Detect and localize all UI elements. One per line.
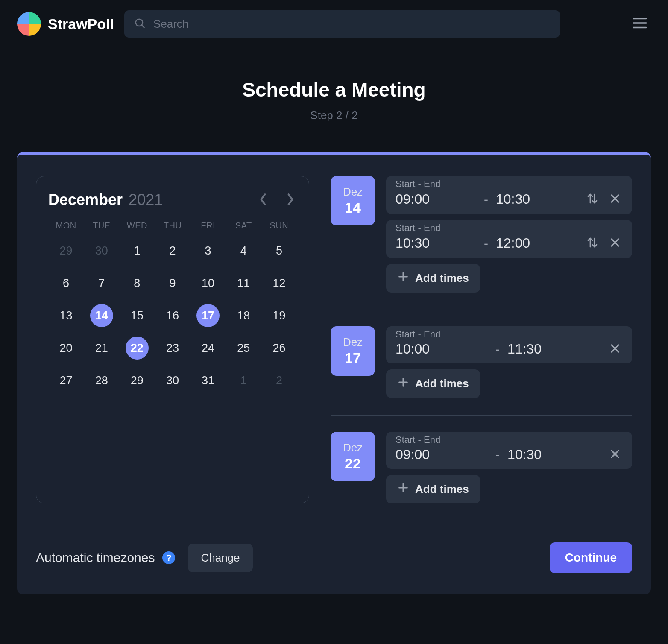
calendar-day[interactable]: 27	[55, 369, 78, 392]
brand[interactable]: StrawPoll	[17, 12, 114, 36]
slot-start[interactable]: 10:00	[396, 341, 488, 357]
calendar-day[interactable]: 6	[55, 272, 78, 295]
date-chip-day: 17	[345, 350, 361, 366]
calendar-day[interactable]: 10	[196, 272, 220, 295]
calendar-day[interactable]: 7	[90, 272, 113, 295]
calendar-day[interactable]: 3	[196, 239, 220, 262]
calendar-day[interactable]: 12	[267, 272, 290, 295]
time-slot[interactable]: Start - End10:30-12:00	[386, 220, 632, 258]
header: StrawPoll	[0, 0, 668, 48]
calendar-day[interactable]: 1	[126, 239, 149, 262]
calendar-day[interactable]: 28	[90, 369, 113, 392]
calendar-day[interactable]: 21	[90, 337, 113, 360]
svg-line-1	[142, 25, 144, 27]
calendar-day[interactable]: 13	[55, 304, 78, 327]
calendar-day[interactable]: 4	[232, 239, 255, 262]
calendar-day[interactable]: 9	[161, 272, 184, 295]
date-block: Dez17Start - End10:00-11:30Add times	[331, 310, 632, 398]
slot-end[interactable]: 12:00	[496, 235, 577, 251]
calendar-day[interactable]: 25	[232, 337, 255, 360]
menu-button[interactable]	[629, 13, 651, 35]
calendar: December 2021 MONTUEWEDTHUFRISATSUN29301…	[36, 176, 309, 503]
date-chip-month: Dez	[343, 336, 363, 349]
slot-label: Start - End	[396, 329, 623, 340]
calendar-day[interactable]: 24	[196, 337, 220, 360]
remove-slot-button[interactable]	[607, 234, 623, 252]
calendar-day[interactable]: 1	[232, 369, 255, 392]
logo-icon	[17, 12, 41, 36]
calendar-next-button[interactable]	[284, 191, 297, 209]
slot-separator: -	[484, 236, 488, 251]
remove-slot-button[interactable]	[607, 341, 623, 357]
time-slot[interactable]: Start - End09:00-10:30	[386, 432, 632, 469]
remove-slot-button[interactable]	[607, 190, 623, 208]
calendar-day[interactable]: 29	[126, 369, 149, 392]
calendar-day[interactable]: 26	[267, 337, 290, 360]
calendar-day[interactable]: 22	[126, 337, 149, 360]
calendar-day[interactable]: 16	[161, 304, 184, 327]
calendar-day[interactable]: 19	[267, 304, 290, 327]
calendar-dow: TUE	[84, 221, 119, 231]
calendar-day[interactable]: 5	[267, 239, 290, 262]
scheduler-card: December 2021 MONTUEWEDTHUFRISATSUN29301…	[17, 152, 651, 594]
date-chip: Dez17	[331, 326, 375, 376]
calendar-dow: FRI	[190, 221, 226, 231]
calendar-day[interactable]: 23	[161, 337, 184, 360]
time-slot[interactable]: Start - End09:00-10:30	[386, 176, 632, 214]
calendar-day[interactable]: 2	[267, 369, 290, 392]
slot-label: Start - End	[396, 222, 623, 234]
calendar-day[interactable]: 11	[232, 272, 255, 295]
calendar-day[interactable]: 8	[126, 272, 149, 295]
calendar-day[interactable]: 20	[55, 337, 78, 360]
calendar-day[interactable]: 18	[232, 304, 255, 327]
add-times-button[interactable]: Add times	[386, 475, 480, 503]
calendar-day[interactable]: 29	[55, 239, 78, 262]
calendar-day[interactable]: 30	[90, 239, 113, 262]
add-times-button[interactable]: Add times	[386, 369, 480, 398]
slot-end[interactable]: 10:30	[507, 447, 600, 463]
sort-icon[interactable]	[584, 234, 601, 252]
page-heading: Schedule a Meeting Step 2 / 2	[0, 78, 668, 122]
search-icon	[134, 17, 146, 31]
slot-start[interactable]: 09:00	[396, 447, 488, 463]
search-bar[interactable]	[124, 10, 560, 38]
calendar-day[interactable]: 30	[161, 369, 184, 392]
calendar-day[interactable]: 17	[196, 304, 220, 327]
brand-name: StrawPoll	[48, 16, 114, 32]
time-slots-panel: Dez14Start - End09:00-10:30Start - End10…	[331, 176, 632, 503]
page-step: Step 2 / 2	[0, 109, 668, 122]
slot-start[interactable]: 10:30	[396, 235, 476, 251]
calendar-day[interactable]: 31	[196, 369, 220, 392]
slot-end[interactable]: 10:30	[496, 191, 577, 207]
help-icon[interactable]: ?	[162, 551, 175, 564]
timezone-label: Automatic timezones	[36, 550, 155, 565]
slot-separator: -	[495, 342, 500, 357]
calendar-year: 2021	[129, 191, 163, 209]
slot-separator: -	[484, 192, 488, 207]
slot-end[interactable]: 11:30	[507, 341, 600, 357]
calendar-month: December	[48, 191, 123, 209]
calendar-dow: MON	[48, 221, 84, 231]
date-chip: Dez14	[331, 176, 375, 225]
slot-list: Start - End09:00-10:30Start - End10:30-1…	[386, 176, 632, 293]
slot-start[interactable]: 09:00	[396, 191, 476, 207]
date-chip-month: Dez	[343, 185, 363, 199]
calendar-dow: THU	[155, 221, 190, 231]
add-times-button[interactable]: Add times	[386, 264, 480, 293]
change-timezone-button[interactable]: Change	[188, 544, 252, 572]
plus-icon	[397, 376, 409, 391]
date-block: Dez14Start - End09:00-10:30Start - End10…	[331, 176, 632, 293]
slot-list: Start - End10:00-11:30Add times	[386, 326, 632, 398]
sort-icon[interactable]	[584, 190, 601, 208]
calendar-day[interactable]: 15	[126, 304, 149, 327]
slot-separator: -	[495, 448, 500, 462]
continue-button[interactable]: Continue	[550, 542, 632, 573]
calendar-day[interactable]: 14	[90, 304, 113, 327]
calendar-prev-button[interactable]	[257, 191, 270, 209]
date-block: Dez22Start - End09:00-10:30Add times	[331, 415, 632, 503]
time-slot[interactable]: Start - End10:00-11:30	[386, 326, 632, 363]
remove-slot-button[interactable]	[607, 446, 623, 463]
page-title: Schedule a Meeting	[0, 78, 668, 101]
calendar-day[interactable]: 2	[161, 239, 184, 262]
search-input[interactable]	[153, 18, 551, 31]
